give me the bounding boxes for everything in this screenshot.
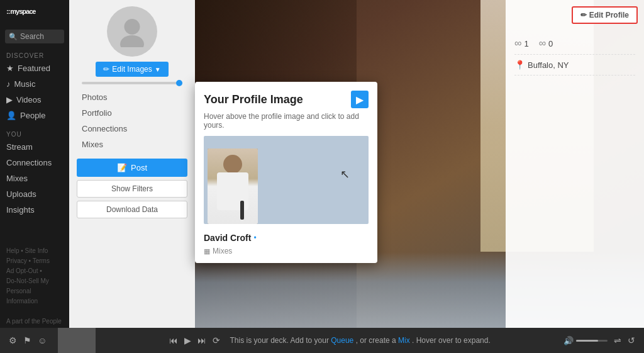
- action-buttons: 📝 Post Show Filters Download Data: [69, 159, 195, 221]
- share-icon[interactable]: ☺: [38, 335, 47, 345]
- sidebar-item-connections[interactable]: Connections: [0, 155, 69, 171]
- person-body: [217, 172, 248, 210]
- followers-icon: ∞: [539, 38, 546, 49]
- volume-bar[interactable]: [576, 340, 608, 342]
- profile-nav-photos[interactable]: Photos: [75, 89, 189, 105]
- followers-count: 0: [548, 39, 553, 48]
- sidebar-item-uploads[interactable]: Uploads: [0, 186, 69, 202]
- music-icon: ♪: [6, 79, 11, 89]
- search-icon: 🔍: [9, 33, 18, 41]
- sidebar-item-people[interactable]: 👤 People: [0, 108, 69, 123]
- loop-button[interactable]: ⟳: [213, 335, 220, 345]
- logo: ::myspace: [0, 0, 69, 30]
- popup-user-info: David Croft •: [195, 230, 377, 245]
- avatar: [107, 6, 157, 57]
- profile-nav-connections[interactable]: Connections: [75, 121, 189, 137]
- svg-point-1: [120, 35, 144, 47]
- popup-username: David Croft: [204, 233, 251, 243]
- download-data-button[interactable]: Download Data: [77, 201, 187, 218]
- search-bar[interactable]: 🔍 Search: [5, 30, 64, 43]
- prev-button[interactable]: ⏮: [169, 335, 178, 345]
- edit-pencil-icon: ✏: [580, 11, 587, 20]
- or-text: , or create a: [356, 336, 396, 345]
- sidebar-item-label: Videos: [16, 95, 42, 104]
- post-icon: 📝: [117, 163, 127, 172]
- you-section-label: YOU: [0, 128, 69, 139]
- popup-header: Your Profile Image ▶: [195, 82, 377, 112]
- edit-images-icon: ✏: [103, 65, 109, 74]
- mixes-label: Mixes: [213, 247, 232, 255]
- edit-images-label: Edit Images: [112, 65, 152, 74]
- popup-image-area: ↖: [204, 136, 369, 224]
- sidebar-item-label: Music: [14, 79, 36, 89]
- followers-stat: ∞ 0: [539, 38, 553, 49]
- sidebar-item-featured[interactable]: ★ Featured: [0, 60, 69, 76]
- profile-nav-mixes[interactable]: Mixes: [75, 137, 189, 152]
- featured-icon: ★: [6, 64, 14, 73]
- volume-fill: [576, 340, 598, 342]
- popup-next-button[interactable]: ▶: [351, 91, 369, 108]
- people-icon: 👤: [6, 111, 16, 120]
- mix-link[interactable]: Mix: [398, 336, 410, 345]
- location-row: 📍 Buffalo, NY: [514, 55, 635, 76]
- edit-images-button[interactable]: ✏ Edit Images ▼: [96, 62, 168, 77]
- sidebar-item-videos[interactable]: ▶ Videos: [0, 92, 69, 108]
- person-head: [223, 155, 242, 174]
- bottom-bar-right: 🔊 ⇌ ↺: [555, 335, 644, 345]
- sidebar-item-insights[interactable]: Insights: [0, 202, 69, 218]
- location-text: Buffalo, NY: [528, 60, 569, 70]
- show-filters-button[interactable]: Show Filters: [77, 180, 187, 198]
- sidebar-item-music[interactable]: ♪ Music: [0, 76, 69, 92]
- popup-subtitle: Hover above the profile image and click …: [195, 112, 377, 136]
- sidebar-item-stream[interactable]: Stream: [0, 139, 69, 155]
- footer-adopt: Ad Opt-Out •: [6, 266, 63, 276]
- popup-mixes[interactable]: ▦ Mixes: [195, 245, 377, 263]
- profile-nav-portfolio[interactable]: Portfolio: [75, 105, 189, 121]
- cursor-icon: ↖: [340, 167, 350, 181]
- shuffle-icon[interactable]: ⇌: [614, 335, 621, 345]
- popup-title: Your Profile Image: [204, 93, 303, 106]
- slider-dot: [176, 80, 182, 86]
- edit-profile-button[interactable]: ✏ Edit Profile: [572, 6, 638, 24]
- deck-prefix: This is your deck. Add to your: [230, 336, 329, 345]
- play-button[interactable]: ▶: [184, 335, 191, 345]
- next-button[interactable]: ⏭: [197, 335, 206, 345]
- footer-privacy: Privacy • Terms: [6, 256, 63, 266]
- settings-icon[interactable]: ⚙: [9, 335, 17, 345]
- location-pin-icon: 📍: [514, 60, 525, 70]
- connections-count: 1: [524, 39, 528, 48]
- volume-icon[interactable]: 🔊: [564, 336, 574, 345]
- thumbnail: [58, 328, 96, 353]
- popup-photo: [208, 148, 258, 224]
- post-label: Post: [131, 163, 147, 172]
- sidebar-item-label: Featured: [18, 64, 50, 73]
- bottom-bar-left: ⚙ ⚑ ☺: [0, 328, 104, 353]
- discover-section-label: DISCOVER: [0, 50, 69, 60]
- footer-donotsell: Do-Not-Sell My: [6, 276, 63, 286]
- deck-text: This is your deck. Add to your Queue , o…: [230, 336, 491, 345]
- stats-row: ∞ 1 ∞ 0: [514, 38, 635, 55]
- footer-help: Help • Site Info: [6, 246, 63, 256]
- repeat-icon[interactable]: ↺: [628, 335, 635, 345]
- svg-point-0: [125, 19, 140, 35]
- sidebar-item-label: People: [20, 111, 45, 120]
- bottom-bar-middle: ⏮ ▶ ⏭ ⟳ This is your deck. Add to your Q…: [104, 335, 555, 345]
- connections-stat: ∞ 1: [514, 38, 529, 49]
- flag-icon[interactable]: ⚑: [23, 335, 31, 345]
- queue-link[interactable]: Queue: [331, 336, 353, 345]
- image-slider[interactable]: [82, 82, 182, 84]
- search-label: Search: [20, 32, 44, 41]
- sidebar-item-mixes[interactable]: Mixes: [0, 171, 69, 186]
- profile-column: ✏ Edit Images ▼ Photos Portfolio Connect…: [69, 0, 195, 333]
- edit-profile-label: Edit Profile: [589, 11, 629, 20]
- footer-personal: Personal Information: [6, 286, 63, 306]
- person-tie: [240, 201, 244, 220]
- verified-icon: •: [253, 233, 256, 242]
- video-icon: ▶: [6, 95, 13, 104]
- sidebar: ::myspace 🔍 Search DISCOVER ★ Featured ♪…: [0, 0, 69, 353]
- profile-image-popup: Your Profile Image ▶ Hover above the pro…: [195, 82, 377, 263]
- post-button[interactable]: 📝 Post: [77, 159, 187, 177]
- person-photo: [208, 148, 258, 224]
- profile-nav: Photos Portfolio Connections Mixes: [69, 89, 195, 152]
- playback-controls: ⏮ ▶ ⏭ ⟳: [169, 335, 220, 345]
